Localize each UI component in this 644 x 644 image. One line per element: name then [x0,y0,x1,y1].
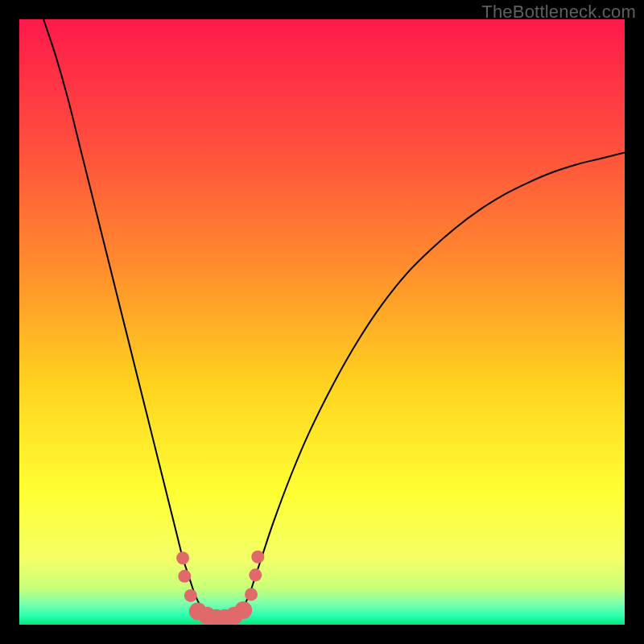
curve-marker [245,588,258,601]
curve-marker [249,568,262,581]
chart-frame [19,19,625,625]
curve-marker [176,551,189,564]
curve-marker [251,551,264,564]
bottleneck-chart [19,19,625,625]
curve-marker [178,570,191,583]
chart-background [19,19,625,625]
curve-marker [234,601,252,619]
watermark-text: TheBottleneck.com [481,2,636,23]
curve-marker [184,589,197,602]
